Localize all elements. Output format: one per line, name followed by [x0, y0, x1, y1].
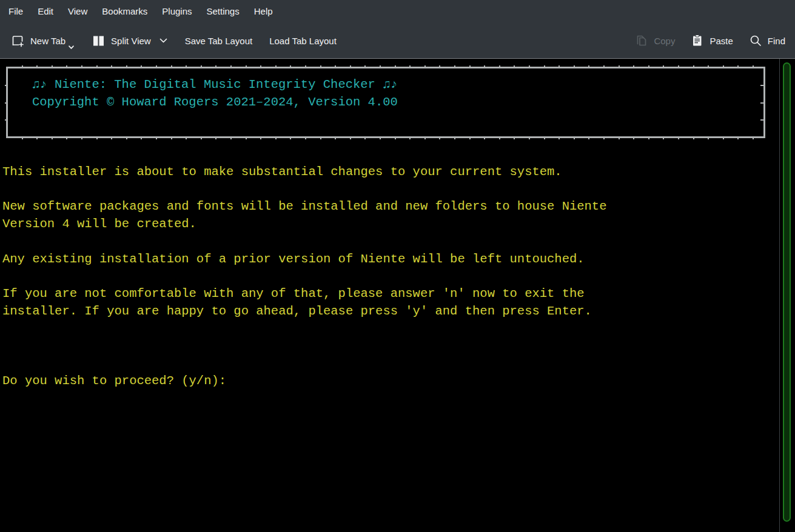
terminal-prompt: Do you wish to proceed? (y/n):	[2, 373, 226, 390]
menu-bookmarks[interactable]: Bookmarks	[95, 0, 155, 23]
terminal-line-para1: This installer is about to make substant…	[2, 164, 562, 181]
scrollbar-thumb[interactable]	[783, 62, 791, 522]
menu-file[interactable]: File	[1, 0, 30, 23]
banner-box-top-ticks	[8, 65, 763, 68]
copy-icon	[635, 34, 648, 47]
find-label: Find	[768, 36, 785, 46]
konsole-window: File Edit View Bookmarks Plugins Setting…	[0, 0, 795, 532]
terminal-line-para4-2: installer. If you are happy to go ahead,…	[2, 303, 592, 321]
find-icon	[749, 34, 762, 47]
split-view-button[interactable]: Split View	[92, 34, 168, 48]
menu-settings[interactable]: Settings	[200, 0, 247, 23]
save-tab-layout-button[interactable]: Save Tab Layout	[185, 36, 252, 46]
paste-label: Paste	[709, 36, 733, 46]
toolbar: New Tab Split View Save Tab Layout	[0, 23, 795, 59]
new-tab-label: New Tab	[30, 36, 65, 46]
copy-button: Copy	[635, 34, 675, 47]
banner-copyright: Copyright © Howard Rogers 2021–2024, Ver…	[32, 94, 398, 111]
split-view-icon	[92, 34, 106, 48]
new-tab-icon	[11, 34, 25, 48]
banner-title: ♫♪ Niente: The Digital Music Integrity C…	[32, 76, 398, 94]
banner-box-right-ticks	[760, 68, 763, 136]
copy-label: Copy	[654, 36, 675, 46]
scrollbar-lane-divider	[779, 59, 780, 532]
toolbar-right-group: Copy Paste Find	[635, 34, 785, 47]
save-tab-layout-label: Save Tab Layout	[185, 36, 252, 46]
menu-bar: File Edit View Bookmarks Plugins Setting…	[0, 0, 795, 23]
terminal-line-para3: Any existing installation of a prior ver…	[2, 251, 585, 268]
terminal-line-para2-2: Version 4 will be created.	[2, 216, 196, 233]
load-tab-layout-button[interactable]: Load Tab Layout	[269, 36, 337, 46]
toolbar-left-group: New Tab Split View Save Tab Layout	[11, 32, 337, 50]
banner-box-left-ticks	[5, 68, 8, 136]
menu-help[interactable]: Help	[247, 0, 280, 23]
paste-icon	[691, 34, 704, 47]
new-tab-button[interactable]: New Tab	[11, 32, 75, 50]
load-tab-layout-label: Load Tab Layout	[269, 36, 337, 46]
terminal-line-para4-1: If you are not comfortable with any of t…	[2, 285, 585, 303]
find-button[interactable]: Find	[749, 34, 785, 47]
menu-plugins[interactable]: Plugins	[155, 0, 199, 23]
chevron-down-icon	[159, 38, 168, 44]
banner-box-bottom-ticks	[8, 136, 763, 139]
paste-button[interactable]: Paste	[691, 34, 733, 47]
chevron-down-icon	[68, 45, 75, 50]
terminal-screen[interactable]: ♫♪ Niente: The Digital Music Integrity C…	[0, 59, 795, 532]
menu-view[interactable]: View	[61, 0, 95, 23]
split-view-label: Split View	[111, 36, 151, 46]
terminal-line-para2-1: New software packages and fonts will be …	[2, 198, 606, 216]
menu-edit[interactable]: Edit	[30, 0, 61, 23]
